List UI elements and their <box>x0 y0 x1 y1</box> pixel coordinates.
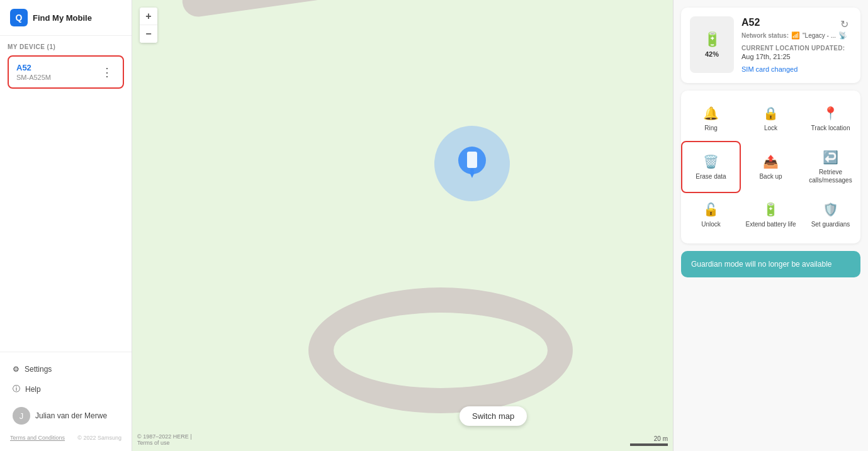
set-guardians-icon: 🛡️ <box>823 202 838 217</box>
app-title: Find My Mobile <box>33 13 92 23</box>
sidebar-header: Q Find My Mobile <box>0 0 132 36</box>
battery-icon: 🔋 <box>704 31 721 48</box>
action-ring[interactable]: 🔔 Ring <box>681 97 741 141</box>
help-nav-item[interactable]: ⓘ Help <box>10 379 121 399</box>
back-up-icon: 📤 <box>763 154 779 169</box>
svg-rect-1 <box>467 152 477 168</box>
settings-label: Settings <box>25 365 52 374</box>
map-zoom-controls: + − <box>140 8 157 43</box>
network-status: Network status: 📶 "Legacy - ... 📡 <box>741 31 852 40</box>
erase-data-icon: 🗑️ <box>703 154 719 169</box>
action-unlock[interactable]: 🔓 Unlock <box>681 193 741 237</box>
logo-letter: Q <box>16 13 23 23</box>
track-location-icon: 📍 <box>823 106 838 121</box>
device-menu-icon[interactable]: ⋮ <box>99 64 115 81</box>
device-section: MY DEVICE (1) A52 SM-A525M ⋮ <box>0 36 132 352</box>
terms-link[interactable]: Terms and Conditions <box>10 435 65 441</box>
device-image-box: 🔋 42% <box>690 16 734 73</box>
battery-percent: 42% <box>705 50 719 58</box>
guardian-banner: Guardian mode will no longer be availabl… <box>681 251 860 277</box>
help-icon: ⓘ <box>13 384 20 394</box>
footer-links: Terms and Conditions © 2022 Samsung <box>10 435 121 441</box>
back-up-label: Back up <box>759 172 782 181</box>
device-info: A52 SM-A525M <box>16 63 51 81</box>
pin-svg <box>457 144 487 183</box>
settings-icon: ⚙ <box>13 365 20 374</box>
lock-label: Lock <box>764 124 777 132</box>
lock-icon: 🔒 <box>763 106 779 121</box>
extend-battery-label: Extend battery life <box>745 220 796 228</box>
guardian-banner-text: Guardian mode will no longer be availabl… <box>691 260 831 269</box>
map-scale: 20 m <box>630 435 668 446</box>
device-pin <box>434 126 510 201</box>
action-set-guardians[interactable]: 🛡️ Set guardians <box>801 193 860 237</box>
ring-icon: 🔔 <box>703 106 719 121</box>
settings-nav-item[interactable]: ⚙ Settings <box>10 360 121 379</box>
wifi-icon: 📶 <box>791 31 800 40</box>
signal-icon: 📡 <box>838 31 847 40</box>
zoom-out-button[interactable]: − <box>140 25 157 43</box>
right-panel: 🔋 42% A52 ↻ Network status: 📶 "Legacy - … <box>673 0 868 451</box>
network-value: "Legacy - ... <box>803 32 836 39</box>
map-road-diagonal <box>181 0 609 19</box>
device-model: SM-A525M <box>16 74 51 81</box>
retrieve-label: Retrieve calls/messages <box>804 168 857 184</box>
device-name: A52 <box>16 63 51 72</box>
scale-bar <box>630 443 668 446</box>
sidebar: Q Find My Mobile MY DEVICE (1) A52 SM-A5… <box>0 0 132 451</box>
ring-label: Ring <box>704 124 718 132</box>
action-retrieve[interactable]: ↩️ Retrieve calls/messages <box>801 141 860 193</box>
unlock-icon: 🔓 <box>703 202 719 217</box>
app-logo: Q <box>10 9 28 26</box>
svg-marker-3 <box>470 172 475 178</box>
svg-point-2 <box>470 169 474 172</box>
location-updated-label: CURRENT LOCATION UPDATED: <box>741 45 852 52</box>
track-location-label: Track location <box>811 124 850 132</box>
user-avatar: J <box>13 407 30 425</box>
zoom-in-button[interactable]: + <box>140 8 157 25</box>
device-status-header: 🔋 42% A52 ↻ Network status: 📶 "Legacy - … <box>690 16 852 74</box>
user-name: Julian van der Merwe <box>35 411 107 420</box>
map-container: + − Switch map © 1987–2022 HERE | Terms … <box>132 0 673 451</box>
map-road-oval <box>308 287 573 413</box>
extend-battery-icon: 🔋 <box>763 202 779 217</box>
sidebar-footer: ⚙ Settings ⓘ Help J Julian van der Merwe… <box>0 352 132 451</box>
unlock-label: Unlock <box>701 220 721 228</box>
pin-accuracy-circle <box>434 126 510 201</box>
location-time: Aug 17th, 21:25 <box>741 53 852 60</box>
refresh-button[interactable]: ↻ <box>837 16 852 31</box>
switch-map-button[interactable]: Switch map <box>459 406 527 426</box>
help-label: Help <box>25 385 41 394</box>
action-erase-data[interactable]: 🗑️ Erase data <box>681 141 741 193</box>
device-status-info: A52 ↻ Network status: 📶 "Legacy - ... 📡 … <box>741 16 852 74</box>
footer-copyright: © 2022 Samsung <box>77 435 121 441</box>
action-extend-battery[interactable]: 🔋 Extend battery life <box>741 193 801 237</box>
device-section-label: MY DEVICE (1) <box>8 43 124 50</box>
action-lock[interactable]: 🔒 Lock <box>741 97 801 141</box>
action-back-up[interactable]: 📤 Back up <box>741 141 801 193</box>
actions-card: 🔔 Ring 🔒 Lock 📍 Track location 🗑️ Erase … <box>681 91 860 243</box>
retrieve-icon: ↩️ <box>823 150 838 165</box>
scale-label: 20 m <box>654 435 668 442</box>
action-track-location[interactable]: 📍 Track location <box>801 97 860 141</box>
map-attribution: © 1987–2022 HERE | Terms of use <box>137 433 192 446</box>
device-status-card: 🔋 42% A52 ↻ Network status: 📶 "Legacy - … <box>681 8 860 83</box>
network-status-label: Network status: <box>741 32 789 39</box>
actions-grid: 🔔 Ring 🔒 Lock 📍 Track location 🗑️ Erase … <box>681 97 860 237</box>
erase-data-label: Erase data <box>696 172 726 181</box>
panel-device-name: A52 <box>741 17 760 28</box>
user-row: J Julian van der Merwe <box>10 402 121 430</box>
set-guardians-label: Set guardians <box>811 220 850 228</box>
sim-changed-link[interactable]: SIM card changed <box>741 65 798 73</box>
device-card[interactable]: A52 SM-A525M ⋮ <box>8 55 124 89</box>
